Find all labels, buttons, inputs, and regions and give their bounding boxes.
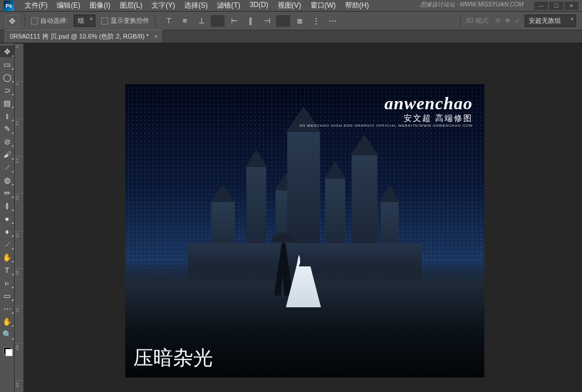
tool-button[interactable]: ◯ <box>0 71 14 83</box>
auto-select-checkbox[interactable]: 自动选择: <box>31 16 68 25</box>
menu-item[interactable]: 帮助(H) <box>342 0 373 12</box>
move-tool-icon[interactable]: ✥ <box>6 15 19 27</box>
menu-item[interactable]: 选择(S) <box>181 0 211 12</box>
tool-button[interactable]: ⋯ <box>0 303 14 314</box>
window-controls: — ☐ ✕ <box>534 2 578 10</box>
close-tab-icon[interactable]: × <box>154 33 157 40</box>
tool-button[interactable]: T <box>0 264 14 276</box>
orbit-icon[interactable]: ⟲ <box>495 17 500 25</box>
tool-button[interactable]: ✏ <box>0 187 14 199</box>
caption-text: 压暗杂光 <box>133 345 213 372</box>
canvas-area: 0510152025303540455055606570 05101520253… <box>15 43 582 392</box>
preset-dropdown[interactable]: 安超无敌组 <box>525 15 576 27</box>
menu-item[interactable]: 视图(V) <box>274 0 305 12</box>
options-bar: ✥ 自动选择: 组 显示变换控件 ⊤ ≡ ⊥ ⊢ ∥ ⊣ ≣ ⋮ ⋯ 3D 模式… <box>0 12 582 30</box>
distribute-2-icon[interactable]: ⋮ <box>309 15 323 27</box>
tool-button[interactable]: ▧ <box>0 97 14 109</box>
tool-button[interactable]: 🖌 <box>0 148 14 160</box>
tool-button[interactable]: 🔍 <box>0 328 14 340</box>
menu-item[interactable]: 文件(F) <box>21 0 51 12</box>
main-menu: 文件(F)编辑(E)图像(I)图层(L)文字(Y)选择(S)滤镜(T)3D(D)… <box>21 0 373 12</box>
document-tabs: 0R9A0111 拷 贝.psd @ 10.6% (色阶 2, RGB/8) *… <box>0 30 582 43</box>
canvas[interactable]: anwenchao 安文超 高端修图 AN WENCHAO HIGH-END G… <box>24 44 582 392</box>
tool-button[interactable]: ● <box>0 213 14 224</box>
tool-button[interactable]: ✋ <box>0 315 14 327</box>
distribute-3-icon[interactable]: ⋯ <box>325 15 339 27</box>
align-vcenter-icon[interactable]: ≡ <box>178 15 192 27</box>
app-icon: Ps <box>4 1 14 11</box>
tool-button[interactable]: ♦ <box>0 226 14 237</box>
maximize-button[interactable]: ☐ <box>549 2 563 10</box>
auto-select-dropdown[interactable]: 组 <box>74 15 95 27</box>
align-bottom-icon[interactable]: ⊥ <box>194 15 208 27</box>
tool-button[interactable]: ✋ <box>0 251 14 263</box>
tool-button[interactable]: ⟋ <box>0 161 14 173</box>
tool-button[interactable]: ≬ <box>0 200 14 211</box>
distribute-1-icon[interactable]: ≣ <box>292 15 307 27</box>
scale-icon[interactable]: ⤢ <box>515 17 520 25</box>
tool-button[interactable]: ⟋ <box>0 238 14 250</box>
watermark: 思缘设计论坛 · WWW.MISSYUAN.COM <box>420 1 524 9</box>
titlebar: Ps 文件(F)编辑(E)图像(I)图层(L)文字(Y)选择(S)滤镜(T)3D… <box>0 0 582 12</box>
minimize-button[interactable]: — <box>534 2 548 10</box>
align-top-icon[interactable]: ⊤ <box>161 15 175 27</box>
menu-item[interactable]: 窗口(W) <box>307 0 339 12</box>
align-left-icon[interactable]: ⊢ <box>227 15 241 27</box>
tool-button[interactable]: ⊘ <box>0 136 14 147</box>
tool-button[interactable]: ✥ <box>0 46 14 57</box>
show-transform-checkbox[interactable]: 显示变换控件 <box>101 16 149 25</box>
align-icons: ⊤ ≡ ⊥ ⊢ ∥ ⊣ ≣ ⋮ ⋯ <box>161 15 339 27</box>
couple-graphic <box>274 237 321 307</box>
menu-item[interactable]: 图像(I) <box>86 0 113 12</box>
color-swatch[interactable] <box>1 345 13 356</box>
ruler-vertical: 051015202530354045 <box>15 44 24 392</box>
tool-button[interactable]: ◍ <box>0 174 14 186</box>
align-hcenter-icon[interactable]: ∥ <box>243 15 257 27</box>
menu-item[interactable]: 文字(Y) <box>148 0 178 12</box>
menu-item[interactable]: 3D(D) <box>246 0 272 12</box>
align-right-icon[interactable]: ⊣ <box>260 15 274 27</box>
pan-icon[interactable]: ✥ <box>505 17 510 25</box>
tool-button[interactable]: ⊃ <box>0 84 14 96</box>
tool-button[interactable]: ✎ <box>0 123 14 134</box>
toolbar: ✥▭◯⊃▧⫿✎⊘🖌⟋◍✏≬●♦⟋✋T▹▭⋯✋🔍 <box>0 43 15 392</box>
menu-item[interactable]: 图层(L) <box>116 0 146 12</box>
artwork: anwenchao 安文超 高端修图 AN WENCHAO HIGH-END G… <box>125 84 484 377</box>
close-button[interactable]: ✕ <box>564 2 578 10</box>
tool-button[interactable]: ▭ <box>0 58 14 70</box>
tool-button[interactable]: ⫿ <box>0 110 14 122</box>
menu-item[interactable]: 编辑(E) <box>53 0 84 12</box>
document-tab[interactable]: 0R9A0111 拷 贝.psd @ 10.6% (色阶 2, RGB/8) *… <box>5 30 163 43</box>
menu-item[interactable]: 滤镜(T) <box>213 0 243 12</box>
mode-3d-label: 3D 模式: <box>466 16 490 25</box>
brand-overlay: anwenchao 安文超 高端修图 AN WENCHAO HIGH-END G… <box>299 93 473 127</box>
tool-button[interactable]: ▹ <box>0 277 14 289</box>
tool-button[interactable]: ▭ <box>0 290 14 301</box>
